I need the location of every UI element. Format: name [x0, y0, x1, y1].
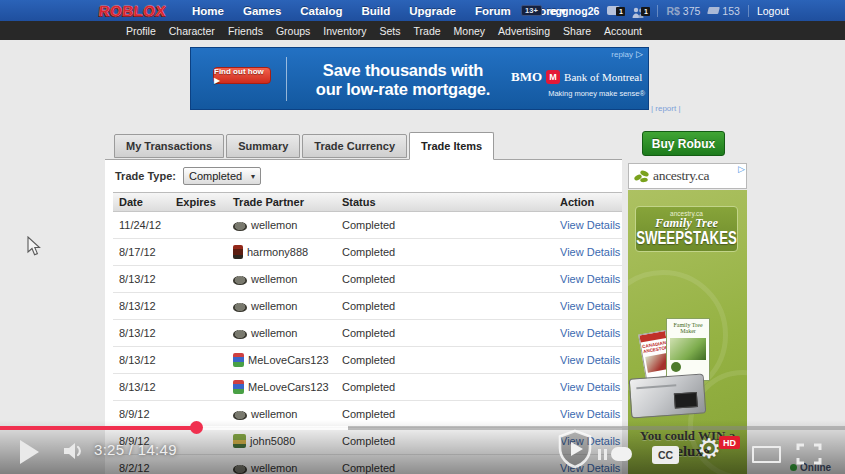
adchoices-icon[interactable]: ▷	[636, 50, 643, 59]
robux-icon: R$	[666, 5, 679, 17]
tickets-balance[interactable]: 153	[708, 5, 740, 17]
partner-name[interactable]: harmony888	[247, 246, 308, 258]
divider	[657, 5, 658, 17]
product-box-family-tree-maker: Family Tree Maker	[666, 318, 710, 381]
subnav-advertising[interactable]: Advertising	[498, 25, 550, 37]
cell-action: View Details	[560, 219, 622, 231]
cell-action: View Details	[560, 354, 622, 366]
partner-name[interactable]: wellemon	[251, 300, 297, 312]
view-details-link[interactable]: View Details	[560, 408, 620, 420]
partner-name[interactable]: wellemon	[251, 219, 297, 231]
fullscreen-button[interactable]	[796, 443, 822, 465]
view-details-link[interactable]: View Details	[560, 381, 620, 393]
play-button[interactable]	[20, 440, 39, 464]
header-expires: Expires	[176, 196, 233, 208]
user-area: 13+ eggnog26 1 1 R$ 375 153	[521, 0, 789, 21]
view-details-link[interactable]: View Details	[560, 219, 620, 231]
tab-trade-currency[interactable]: Trade Currency	[302, 134, 407, 158]
cell-status: Completed	[342, 408, 560, 420]
cell-status: Completed	[342, 381, 560, 393]
ancestry-ad-header[interactable]: ancestry.ca ▷	[628, 163, 747, 189]
video-progress-bar[interactable]	[0, 426, 845, 430]
autoplay-toggle[interactable]	[598, 447, 632, 461]
sweepstakes-line2: SWEEPSTAKES	[635, 227, 738, 247]
ancestry-brand: ancestry.ca	[653, 168, 709, 184]
bmo-banner-ad[interactable]: replay ▷ Find out how ▶ Save thousands w…	[190, 47, 649, 110]
theater-mode-button[interactable]	[752, 446, 781, 463]
toggle-knob	[611, 447, 632, 461]
trade-type-dropdown[interactable]: Completed ▾	[183, 167, 261, 185]
volume-icon[interactable]	[62, 442, 86, 460]
username[interactable]: eggnog26	[550, 5, 600, 17]
table-row: 8/13/12 wellemon Completed View Details	[113, 293, 622, 320]
partner-name[interactable]: MeLoveCars123	[248, 381, 329, 393]
view-details-link[interactable]: View Details	[560, 327, 620, 339]
view-details-link[interactable]: View Details	[560, 354, 620, 366]
nav-build[interactable]: Build	[361, 5, 390, 17]
partner-name[interactable]: wellemon	[251, 273, 297, 285]
partner-avatar-icon	[233, 380, 244, 394]
partner-name[interactable]: wellemon	[251, 327, 297, 339]
cell-action: View Details	[560, 300, 622, 312]
captions-button[interactable]: CC	[652, 446, 679, 464]
messages-icon[interactable]: 1	[607, 5, 624, 17]
subnav-groups[interactable]: Groups	[276, 25, 310, 37]
cell-date: 8/13/12	[113, 273, 176, 285]
annotation-shield-play-icon[interactable]	[556, 429, 594, 469]
subnav-friends[interactable]: Friends	[228, 25, 263, 37]
nav-forum[interactable]: Forum	[475, 5, 511, 17]
nav-upgrade[interactable]: Upgrade	[409, 5, 456, 17]
top-nav-items: Home Games Catalog Build Upgrade Forum M…	[192, 0, 566, 21]
progress-scrubber[interactable]	[190, 421, 203, 434]
header-date: Date	[113, 196, 176, 208]
tab-my-transactions[interactable]: My Transactions	[114, 134, 224, 158]
cell-action: View Details	[560, 408, 622, 420]
buy-robux-button[interactable]: Buy Robux	[642, 131, 725, 156]
transactions-tabs: My Transactions Summary Trade Currency T…	[114, 132, 494, 160]
roblox-logo[interactable]: ROBLOX	[98, 2, 167, 19]
cell-status: Completed	[342, 219, 560, 231]
subnav-share[interactable]: Share	[563, 25, 591, 37]
subnav-sets[interactable]: Sets	[380, 25, 401, 37]
partner-avatar-icon	[233, 353, 244, 367]
subnav-trade[interactable]: Trade	[414, 25, 441, 37]
settings-gear-icon[interactable]: ⚙	[697, 435, 721, 462]
cell-status: Completed	[342, 327, 560, 339]
cell-action: View Details	[560, 273, 622, 285]
partner-name[interactable]: MeLoveCars123	[248, 354, 329, 366]
cell-trade-partner: MeLoveCars123	[233, 380, 342, 394]
cell-action: View Details	[560, 246, 622, 258]
subnav-money[interactable]: Money	[454, 25, 486, 37]
partner-name[interactable]: wellemon	[251, 408, 297, 420]
tab-summary[interactable]: Summary	[226, 134, 300, 158]
cell-date: 8/9/12	[113, 408, 176, 420]
find-out-how-button[interactable]: Find out how ▶	[213, 67, 271, 84]
table-row: 8/13/12 MeLoveCars123 Completed View Det…	[113, 374, 622, 401]
tab-trade-items[interactable]: Trade Items	[409, 132, 494, 160]
view-details-link[interactable]: View Details	[560, 273, 620, 285]
view-details-link[interactable]: View Details	[560, 246, 620, 258]
nav-catalog[interactable]: Catalog	[300, 5, 342, 17]
cell-trade-partner: harmony888	[233, 245, 342, 259]
partner-avatar-icon	[233, 330, 247, 339]
view-details-link[interactable]: View Details	[560, 300, 620, 312]
partner-avatar-icon	[233, 411, 247, 420]
nav-home[interactable]: Home	[192, 5, 224, 17]
sweepstakes-title-box: ancestry.ca Family Tree SWEEPSTAKES	[635, 206, 738, 252]
cell-action: View Details	[560, 327, 622, 339]
subnav-inventory[interactable]: Inventory	[323, 25, 366, 37]
robux-balance[interactable]: R$ 375	[666, 5, 700, 17]
logout-button[interactable]: Logout	[757, 5, 789, 17]
table-row: 11/24/12 wellemon Completed View Details	[113, 212, 622, 239]
subnav-profile[interactable]: Profile	[126, 25, 156, 37]
ad-replay[interactable]: replay ▷	[611, 50, 643, 59]
friend-requests-icon[interactable]: 1	[632, 5, 649, 17]
subnav-account[interactable]: Account	[604, 25, 642, 37]
adchoices-icon[interactable]: ▷	[738, 164, 745, 174]
report-ad-link[interactable]: | report |	[651, 104, 681, 113]
nav-games[interactable]: Games	[243, 5, 281, 17]
time-display: 3:25 / 14:49	[94, 441, 177, 458]
pause-icon	[598, 449, 607, 460]
age-badge: 13+	[521, 5, 542, 17]
subnav-character[interactable]: Character	[169, 25, 215, 37]
